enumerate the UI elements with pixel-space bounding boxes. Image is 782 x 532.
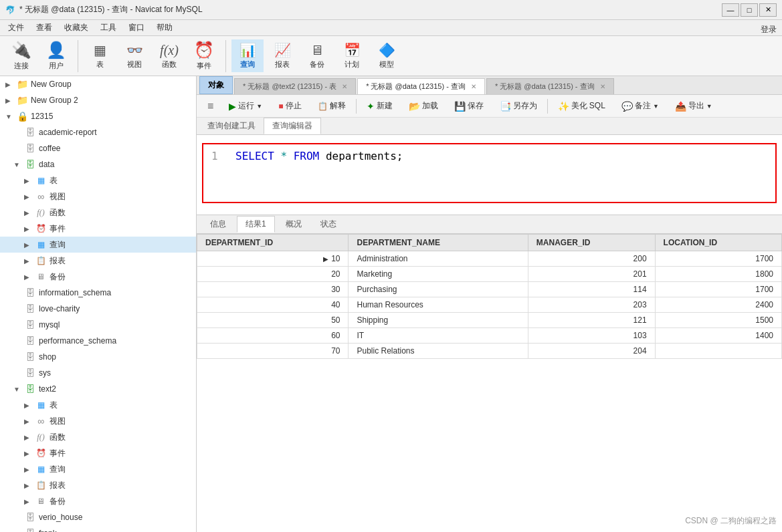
sidebar-item-data[interactable]: ▼ 🗄 data <box>0 156 196 172</box>
export-button[interactable]: 📤 导出 ▼ <box>669 98 718 114</box>
model-label: 模型 <box>379 59 394 70</box>
sidebar-item-label: 函数 <box>50 432 191 443</box>
tool-query[interactable]: 📊 查询 <box>231 39 264 72</box>
cell-mgr-id: 200 <box>528 251 655 267</box>
result-tab-info[interactable]: 信息 <box>202 217 234 232</box>
sidebar-item-data-tables[interactable]: ▶ ▦ 表 <box>0 172 196 188</box>
sidebar-item-text2-backup[interactable]: ▶ 🖥 备份 <box>0 493 196 509</box>
sidebar-item-label: 查询 <box>50 239 191 251</box>
tool-event[interactable]: ⏰ 事件 <box>188 38 220 74</box>
sidebar-item-new-group-2[interactable]: ▶ 📁 New Group 2 <box>0 92 196 108</box>
tool-function[interactable]: f(x) 函数 <box>153 40 185 72</box>
minimize-button[interactable]: — <box>722 3 739 17</box>
title-bar: 🐬 * 无标题 @data (12315) - 查询 - Navicat for… <box>0 0 782 20</box>
tool-schedule[interactable]: 📅 计划 <box>336 39 368 72</box>
tab-data-query-active[interactable]: * 无标题 @data (12315) - 查询 ✕ <box>357 78 485 94</box>
save-label: 保存 <box>468 100 484 112</box>
sidebar: ▶ 📁 New Group ▶ 📁 New Group 2 ▼ 🔒 12315 … <box>0 76 197 532</box>
beautify-button[interactable]: ✨ 美化 SQL <box>552 98 611 114</box>
cell-loc-id: 1800 <box>655 267 781 282</box>
sidebar-item-mysql[interactable]: 🗄 mysql <box>0 317 196 333</box>
comment-button[interactable]: 💬 备注 ▼ <box>615 98 665 114</box>
result-tab-results[interactable]: 结果1 <box>237 216 275 233</box>
sidebar-item-love-charity[interactable]: 🗄 love-charity <box>0 301 196 317</box>
menu-tools[interactable]: 工具 <box>95 21 122 35</box>
tool-report[interactable]: 📈 报表 <box>266 39 298 72</box>
tool-connect[interactable]: 🔌 连接 <box>5 38 37 74</box>
close-button[interactable]: ✕ <box>759 3 777 17</box>
tab-objects[interactable]: 对象 <box>199 76 233 94</box>
sidebar-item-label: mysql <box>39 320 191 329</box>
table-small-icon: ▦ <box>35 174 47 186</box>
sidebar-item-text2-tables[interactable]: ▶ ▦ 表 <box>0 397 196 413</box>
tool-view[interactable]: 👓 视图 <box>118 39 151 72</box>
sidebar-item-text2-reports[interactable]: ▶ 📋 报表 <box>0 477 196 493</box>
sidebar-item-data-queries[interactable]: ▶ ▦ 查询 <box>0 237 196 253</box>
sub-tab-builder[interactable]: 查询创建工具 <box>199 118 264 134</box>
sidebar-item-perf-schema[interactable]: 🗄 performance_schema <box>0 333 196 349</box>
sidebar-item-sys[interactable]: 🗄 sys <box>0 365 196 381</box>
menu-window[interactable]: 窗口 <box>123 21 150 35</box>
tool-table[interactable]: ▦ 表 <box>84 39 116 72</box>
tool-model[interactable]: 🔷 模型 <box>371 39 403 72</box>
tab-data-query-2[interactable]: * 无标题 @data (12315) - 查询 ✕ <box>486 78 614 94</box>
sidebar-item-text2-events[interactable]: ▶ ⏰ 事件 <box>0 445 196 461</box>
sidebar-item-12315[interactable]: ▼ 🔒 12315 <box>0 108 196 124</box>
sidebar-item-text2-queries[interactable]: ▶ ▦ 查询 <box>0 461 196 477</box>
sql-editor-box[interactable]: 1 SELECT * FROM departments; <box>202 143 777 203</box>
right-panel: 对象 * 无标题 @text2 (12315) - 表 ✕ * 无标题 @dat… <box>197 76 782 532</box>
tab-close-icon[interactable]: ✕ <box>471 83 476 90</box>
result-tab-bar: 信息 结果1 概况 状态 <box>197 215 782 234</box>
sidebar-item-frank[interactable]: 🗄 frank <box>0 525 196 532</box>
window-controls[interactable]: — □ ✕ <box>722 3 777 17</box>
menu-help[interactable]: 帮助 <box>151 21 178 35</box>
save-as-button[interactable]: 📑 另存为 <box>494 98 543 114</box>
explain-icon: 📋 <box>318 102 328 111</box>
stop-button[interactable]: ■ 停止 <box>272 98 307 114</box>
sidebar-item-academic[interactable]: 🗄 academic-report <box>0 124 196 140</box>
sidebar-item-text2[interactable]: ▼ 🗄 text2 <box>0 381 196 397</box>
result-tab-overview[interactable]: 概况 <box>278 217 310 232</box>
title-bar-title: 🐬 * 无标题 @data (12315) - 查询 - Navicat for… <box>5 4 203 15</box>
hamburger-icon[interactable]: ≡ <box>202 100 219 112</box>
tool-user[interactable]: 👤 用户 <box>40 38 72 74</box>
table-row: 20Marketing2011800 <box>197 267 782 282</box>
sidebar-item-coffee[interactable]: 🗄 coffee <box>0 140 196 156</box>
sidebar-item-info-schema[interactable]: 🗄 information_schema <box>0 285 196 301</box>
tab-text2-table[interactable]: * 无标题 @text2 (12315) - 表 ✕ <box>234 78 356 94</box>
sidebar-item-shop[interactable]: 🗄 shop <box>0 349 196 365</box>
tab-close-icon[interactable]: ✕ <box>342 83 347 90</box>
stop-icon: ■ <box>278 102 283 111</box>
connect-icon: 🔌 <box>11 41 31 59</box>
sidebar-item-data-backup[interactable]: ▶ 🖥 备份 <box>0 269 196 285</box>
arrow-icon: ▶ <box>24 466 32 473</box>
sidebar-item-data-events[interactable]: ▶ ⏰ 事件 <box>0 221 196 237</box>
login-button[interactable]: 登录 <box>761 24 777 35</box>
result-tab-status[interactable]: 状态 <box>312 217 345 232</box>
sidebar-item-text2-funcs[interactable]: ▶ f() 函数 <box>0 429 196 445</box>
sidebar-item-data-funcs[interactable]: ▶ f() 函数 <box>0 205 196 221</box>
sidebar-item-data-reports[interactable]: ▶ 📋 报表 <box>0 253 196 269</box>
db-active-icon: 🗄 <box>24 383 36 395</box>
sidebar-item-verio[interactable]: 🗄 verio_house <box>0 509 196 525</box>
cell-mgr-id: 121 <box>528 313 655 328</box>
sub-tab-editor[interactable]: 查询编辑器 <box>264 118 321 134</box>
explain-button[interactable]: 📋 解释 <box>312 98 352 114</box>
sql-content[interactable]: SELECT * FROM departments; <box>235 150 403 162</box>
tab-close-icon[interactable]: ✕ <box>600 83 605 90</box>
save-button[interactable]: 💾 保存 <box>448 98 490 114</box>
new-query-button[interactable]: ✦ 新建 <box>361 98 399 114</box>
menu-favorites[interactable]: 收藏夹 <box>59 21 94 35</box>
run-button[interactable]: ▶ 运行 ▼ <box>223 98 268 114</box>
menu-view[interactable]: 查看 <box>31 21 58 35</box>
menu-file[interactable]: 文件 <box>3 21 29 35</box>
view-small-icon: ∞ <box>35 415 47 427</box>
cell-loc-id <box>655 344 781 359</box>
sidebar-item-text2-views[interactable]: ▶ ∞ 视图 <box>0 413 196 429</box>
folder-icon: 📁 <box>16 94 28 106</box>
maximize-button[interactable]: □ <box>741 3 758 17</box>
sidebar-item-data-views[interactable]: ▶ ∞ 视图 <box>0 188 196 205</box>
tool-backup[interactable]: 🖥 备份 <box>301 40 333 72</box>
sidebar-item-new-group-1[interactable]: ▶ 📁 New Group <box>0 76 196 92</box>
load-button[interactable]: 📂 加载 <box>403 98 444 114</box>
